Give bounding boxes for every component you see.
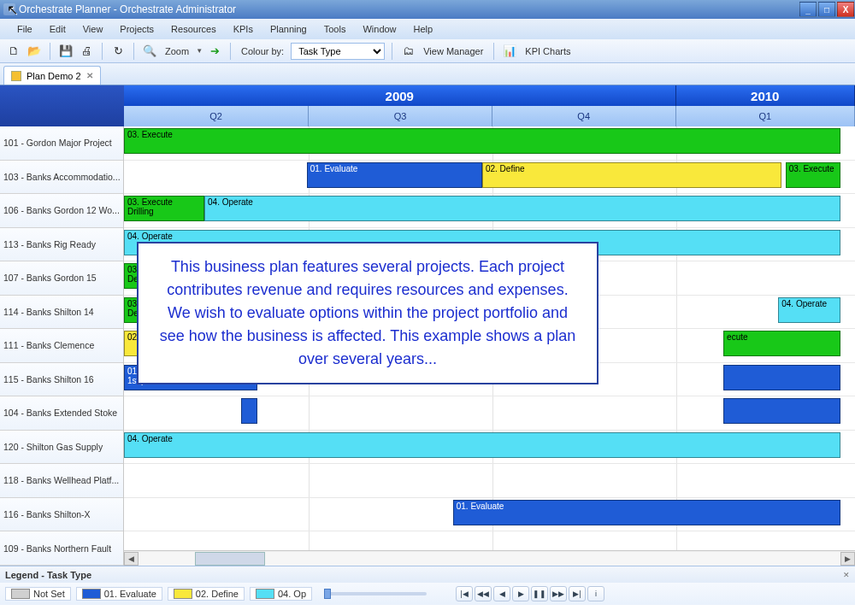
year-header: 2010	[676, 85, 855, 106]
menu-item-file[interactable]: File	[9, 21, 41, 37]
legend-close-button[interactable]: ✕	[843, 571, 850, 579]
window-minimize-button[interactable]: _	[799, 2, 817, 17]
scroll-track[interactable]	[139, 552, 840, 566]
row-label[interactable]: 111 - Banks Clemence	[0, 329, 123, 363]
scroll-right-button[interactable]: ▶	[840, 552, 855, 566]
menu-item-tools[interactable]: Tools	[315, 21, 355, 37]
gantt-bar[interactable]: 04. Operate	[204, 196, 840, 221]
gantt-bar[interactable]: ecute	[723, 331, 840, 356]
save-button[interactable]: 💾	[57, 43, 74, 60]
gantt-bar[interactable]: 04. Operate	[778, 297, 840, 323]
gantt-bar[interactable]: 02. Define	[482, 162, 782, 188]
menu-item-planning[interactable]: Planning	[262, 21, 315, 37]
playback-first-button[interactable]: |◀	[456, 586, 473, 601]
row-label[interactable]: 113 - Banks Rig Ready	[0, 228, 123, 262]
scroll-thumb[interactable]	[195, 552, 265, 566]
row-label[interactable]: 101 - Gordon Major Project	[0, 126, 123, 161]
view-manager-button[interactable]: 🗂	[399, 43, 416, 60]
view-manager-label[interactable]: View Manager	[420, 46, 486, 56]
legend-title: Legend - Task Type	[5, 570, 91, 580]
playback-prev-button[interactable]: ◀	[493, 586, 510, 601]
zoom-label: Zoom	[162, 46, 192, 56]
toolbar-separator	[50, 43, 50, 60]
quarter-header: Q1	[676, 106, 855, 126]
window-title: Orchestrate Planner - Orchestrate Admini…	[19, 3, 236, 15]
save-icon: 💾	[59, 44, 73, 57]
playback-info-button[interactable]: i	[587, 586, 604, 601]
gantt-row	[124, 396, 855, 431]
row-label[interactable]: 115 - Banks Shilton 16	[0, 363, 123, 397]
new-button[interactable]: 🗋	[5, 43, 22, 60]
document-tab[interactable]: Plan Demo 2 ✕	[3, 66, 101, 85]
gantt-bar[interactable]	[723, 398, 840, 424]
gantt-row: 01. Evaluate02. Define03. Execute	[124, 161, 855, 195]
refresh-button[interactable]: ↻	[109, 43, 127, 60]
row-label[interactable]: 114 - Banks Shilton 14	[0, 296, 123, 330]
menu-item-view[interactable]: View	[74, 21, 112, 37]
legend-item[interactable]: 04. Op	[250, 587, 312, 601]
legend-label: Not Set	[33, 589, 65, 599]
document-tab-strip: Plan Demo 2 ✕	[0, 63, 855, 85]
row-label[interactable]: 120 - Shilton Gas Supply	[0, 431, 123, 465]
gantt-row	[124, 464, 855, 498]
menu-item-edit[interactable]: Edit	[41, 21, 74, 37]
row-label[interactable]: 116 - Banks Shilton-X	[0, 498, 123, 532]
kpi-charts-button[interactable]: 📊	[501, 43, 518, 60]
horizontal-scrollbar[interactable]: ◀ ▶	[124, 550, 855, 566]
row-label[interactable]: 109 - Banks Northern Fault	[0, 531, 123, 566]
row-label[interactable]: 103 - Banks Accommodatio...	[0, 161, 123, 195]
open-button[interactable]: 📂	[26, 43, 43, 60]
gantt-bar[interactable]: 03. Execute	[124, 128, 840, 154]
playback-slider[interactable]	[324, 592, 427, 595]
toolbar: 🗋 📂 💾 🖨 ↻ 🔍 Zoom ▼ ➔ Colour by: Task Typ…	[0, 39, 855, 63]
row-label[interactable]: 107 - Banks Gordon 15	[0, 261, 123, 296]
legend-item[interactable]: 02. Define	[168, 587, 245, 601]
new-file-icon: 🗋	[9, 44, 20, 57]
zoom-go-button[interactable]: ➔	[206, 43, 223, 60]
playback-play-button[interactable]: ▶	[512, 586, 529, 601]
refresh-icon: ↻	[114, 44, 123, 57]
view-manager-icon: 🗂	[403, 44, 414, 57]
gantt-row: 03. ExecuteDrilling04. Operate	[124, 194, 855, 228]
gantt-bar[interactable]: 01. Evaluate	[307, 162, 482, 188]
gantt-bar[interactable]: 03. ExecuteDrilling	[124, 196, 204, 221]
toolbar-separator	[493, 43, 494, 60]
gantt-bar[interactable]	[723, 365, 840, 390]
gantt-bar[interactable]: 04. Operate	[124, 432, 840, 458]
row-label[interactable]: 118 - Banks Wellhead Platf...	[0, 464, 123, 498]
year-header: 2009	[124, 85, 676, 106]
legend-swatch	[11, 589, 30, 599]
slider-knob[interactable]	[324, 589, 331, 599]
legend-item[interactable]: 01. Evaluate	[76, 587, 162, 601]
row-labels-column: 101 - Gordon Major Project103 - Banks Ac…	[0, 126, 124, 566]
gantt-area: 101 - Gordon Major Project103 - Banks Ac…	[0, 126, 855, 566]
tab-close-button[interactable]: ✕	[86, 71, 93, 80]
playback-next-button[interactable]: ▶▶	[550, 586, 567, 601]
menu-item-resources[interactable]: Resources	[162, 21, 225, 37]
menu-item-window[interactable]: Window	[354, 21, 404, 37]
playback-pause-button[interactable]: ❚❚	[531, 586, 548, 601]
gantt-bar[interactable]: 03. Execute	[786, 162, 840, 188]
toolbar-separator	[230, 43, 231, 60]
colourby-select[interactable]: Task Type	[291, 43, 385, 60]
window-maximize-button[interactable]: □	[818, 2, 835, 17]
timeline-header: 20092010 Q2Q3Q4Q1	[0, 85, 855, 126]
kpi-charts-label[interactable]: KPI Charts	[522, 46, 574, 56]
menu-item-projects[interactable]: Projects	[111, 21, 162, 37]
playback-last-button[interactable]: ▶|	[569, 586, 586, 601]
playback-controls: |◀ ◀◀ ◀ ▶ ❚❚ ▶▶ ▶| i	[456, 586, 604, 601]
row-label[interactable]: 106 - Banks Gordon 12 Wo...	[0, 194, 123, 228]
print-button[interactable]: 🖨	[78, 43, 95, 60]
menu-item-kpis[interactable]: KPIs	[225, 21, 262, 37]
legend-item[interactable]: Not Set	[5, 587, 71, 601]
gantt-bar[interactable]	[241, 398, 257, 424]
menu-item-help[interactable]: Help	[405, 21, 442, 37]
dropdown-arrow-icon[interactable]: ▼	[196, 47, 203, 55]
zoom-tool-button[interactable]: 🔍	[141, 43, 158, 60]
playback-rewind-button[interactable]: ◀◀	[475, 586, 492, 601]
scroll-left-button[interactable]: ◀	[124, 552, 139, 566]
window-close-button[interactable]: X	[837, 2, 854, 17]
row-label[interactable]: 104 - Banks Extended Stoke	[0, 396, 123, 431]
row-header-spacer	[0, 85, 124, 126]
gantt-bar[interactable]: 01. Evaluate	[453, 500, 840, 525]
